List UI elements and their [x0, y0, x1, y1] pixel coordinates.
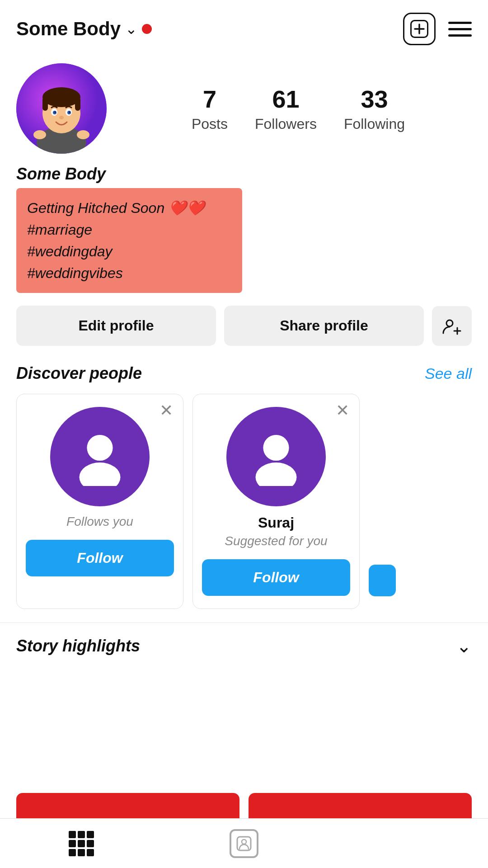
- card-2-name: Suraj: [258, 514, 294, 531]
- portrait-svg-icon: [236, 835, 252, 852]
- followers-stat[interactable]: 61 Followers: [255, 85, 317, 132]
- portrait-icon: [230, 829, 258, 858]
- grid-cell: [87, 849, 94, 856]
- posts-stat[interactable]: 7 Posts: [192, 85, 228, 132]
- grid-cell: [78, 831, 85, 838]
- grid-cell: [78, 840, 85, 847]
- header-icons: [403, 13, 472, 45]
- svg-point-23: [80, 462, 121, 486]
- app-header: Some Body ⌄: [0, 0, 488, 54]
- grid-icon: [69, 831, 94, 856]
- avatar-image: [16, 63, 107, 154]
- bio-text: Getting Hitched Soon ❤️❤️ #marriage #wed…: [27, 197, 231, 284]
- posts-label: Posts: [192, 116, 228, 132]
- grid-cell: [87, 831, 94, 838]
- svg-point-24: [263, 435, 289, 461]
- post-strip: [0, 793, 488, 818]
- svg-point-17: [33, 130, 46, 139]
- svg-point-25: [256, 462, 297, 486]
- grid-cell: [78, 849, 85, 856]
- profile-action-buttons: Edit profile Share profile: [16, 306, 472, 346]
- discover-title: Discover people: [16, 364, 142, 383]
- third-tab[interactable]: [325, 819, 488, 868]
- bio-line1: Getting Hitched Soon ❤️❤️: [27, 200, 205, 216]
- bio-line4: #weddingvibes: [27, 265, 123, 281]
- close-card-2-button[interactable]: ✕: [336, 402, 349, 419]
- svg-point-16: [59, 116, 64, 119]
- profile-stats: 7 Posts 61 Followers 33 Following: [125, 85, 472, 132]
- menu-line: [448, 28, 472, 30]
- add-post-button[interactable]: [403, 13, 436, 45]
- close-card-1-button[interactable]: ✕: [160, 402, 173, 419]
- grid-cell: [69, 840, 76, 847]
- menu-button[interactable]: [448, 22, 472, 37]
- notification-dot: [142, 24, 152, 34]
- chevron-down-icon: ⌄: [125, 20, 137, 38]
- posts-count: 7: [203, 85, 216, 113]
- card-2-avatar: [226, 407, 326, 506]
- bio-line2: #marriage: [27, 222, 92, 238]
- profile-display-name: Some Body: [16, 165, 472, 184]
- following-count: 33: [361, 85, 388, 113]
- add-friend-button[interactable]: [432, 306, 472, 346]
- followers-count: 61: [272, 85, 299, 113]
- post-thumb-1: [16, 793, 239, 818]
- post-thumb-2: [249, 793, 472, 818]
- avatar: [16, 63, 107, 154]
- grid-cell: [69, 831, 76, 838]
- discover-card-2: ✕ Suraj Suggested for you Follow: [192, 394, 360, 609]
- follow-card-1-button[interactable]: Follow: [26, 540, 174, 576]
- svg-point-27: [242, 840, 246, 844]
- see-all-link[interactable]: See all: [425, 365, 472, 382]
- following-label: Following: [344, 116, 405, 132]
- discover-card-1: ✕ Follows you Follow: [16, 394, 183, 609]
- bio-line3: #weddingday: [27, 243, 113, 259]
- svg-point-19: [446, 320, 453, 326]
- header-username: Some Body: [16, 18, 121, 40]
- chevron-down-icon: ⌄: [456, 636, 472, 656]
- svg-rect-9: [75, 97, 80, 111]
- grid-cell: [87, 840, 94, 847]
- svg-rect-8: [42, 97, 48, 111]
- svg-point-18: [77, 130, 89, 139]
- person-icon: [247, 427, 305, 486]
- discover-section: Discover people See all ✕ Follows you Fo…: [0, 364, 488, 609]
- svg-point-22: [87, 435, 113, 461]
- story-highlights-section: Story highlights ⌄: [0, 623, 488, 656]
- story-highlights-header[interactable]: Story highlights ⌄: [16, 636, 472, 656]
- menu-line: [448, 34, 472, 37]
- grid-tab[interactable]: [0, 819, 163, 868]
- card-1-subtitle: Follows you: [66, 514, 133, 529]
- profile-top: 7 Posts 61 Followers 33 Following: [16, 63, 472, 154]
- partial-card: [369, 565, 396, 596]
- svg-point-15: [69, 112, 70, 113]
- profile-section: 7 Posts 61 Followers 33 Following Some B…: [0, 54, 488, 346]
- story-highlights-title: Story highlights: [16, 637, 140, 656]
- card-1-avatar: [50, 407, 150, 506]
- following-stat[interactable]: 33 Following: [344, 85, 405, 132]
- discover-cards: ✕ Follows you Follow ✕ Suraj Suggested f…: [16, 394, 472, 609]
- bottom-navigation: [0, 818, 488, 868]
- follow-card-2-button[interactable]: Follow: [202, 559, 350, 596]
- share-profile-button[interactable]: Share profile: [224, 306, 424, 346]
- bio-box: Getting Hitched Soon ❤️❤️ #marriage #wed…: [16, 188, 242, 293]
- username-area[interactable]: Some Body ⌄: [16, 18, 403, 40]
- menu-line: [448, 22, 472, 24]
- grid-cell: [69, 849, 76, 856]
- edit-profile-button[interactable]: Edit profile: [16, 306, 216, 346]
- followers-label: Followers: [255, 116, 317, 132]
- svg-point-7: [42, 87, 80, 107]
- svg-point-14: [55, 112, 56, 113]
- add-person-icon: [442, 316, 462, 336]
- card-2-subtitle: Suggested for you: [225, 534, 327, 548]
- discover-header: Discover people See all: [16, 364, 472, 383]
- person-icon: [70, 427, 129, 486]
- portrait-tab[interactable]: [163, 819, 325, 868]
